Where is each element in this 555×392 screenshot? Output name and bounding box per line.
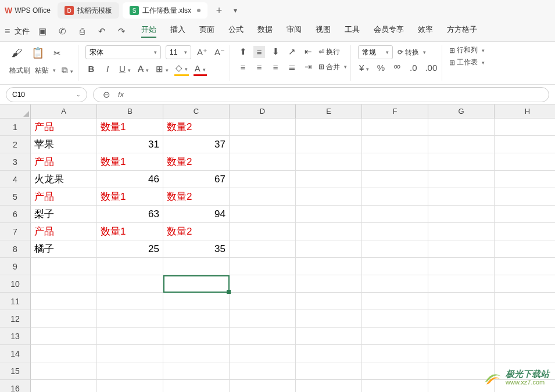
- cell[interactable]: [31, 345, 97, 362]
- name-box[interactable]: C10 ⌄: [6, 87, 87, 102]
- cut-icon[interactable]: ✂: [51, 47, 63, 60]
- currency-icon[interactable]: ¥▾: [358, 62, 370, 74]
- tab-tools[interactable]: 工具: [345, 24, 360, 38]
- col-header[interactable]: B: [97, 105, 163, 118]
- rowcol-button[interactable]: ⊞ 行和列▾: [449, 45, 485, 55]
- tab-formula[interactable]: 公式: [228, 24, 244, 38]
- cell[interactable]: [31, 258, 97, 275]
- cell[interactable]: [296, 136, 362, 153]
- cell[interactable]: [163, 380, 230, 392]
- cell[interactable]: [230, 153, 296, 171]
- row-header[interactable]: 13: [0, 328, 31, 345]
- align-bottom-icon[interactable]: ⬇: [270, 45, 281, 58]
- cell[interactable]: [31, 275, 97, 293]
- cell[interactable]: [495, 118, 555, 136]
- cell[interactable]: 数量2: [163, 153, 230, 171]
- cell[interactable]: 火龙果: [31, 171, 97, 188]
- cell[interactable]: [428, 206, 495, 223]
- cell[interactable]: [495, 136, 555, 153]
- tab-data[interactable]: 数据: [257, 24, 273, 38]
- increase-decimal-icon[interactable]: .00: [424, 62, 438, 74]
- cell[interactable]: [362, 206, 428, 223]
- cell[interactable]: [230, 275, 296, 293]
- select-all-corner[interactable]: [0, 105, 31, 118]
- row-header[interactable]: 7: [0, 223, 31, 240]
- hamburger-icon[interactable]: ≡: [5, 26, 10, 37]
- cell[interactable]: [296, 362, 362, 380]
- cell[interactable]: [31, 310, 97, 328]
- new-tab-button[interactable]: +: [211, 2, 227, 19]
- cell[interactable]: [428, 188, 495, 206]
- cell[interactable]: 94: [163, 206, 230, 223]
- cell[interactable]: [296, 258, 362, 275]
- spreadsheet-area[interactable]: A B C D E F G H 1 2 3 4 5 6 7 8 9 10 11 …: [0, 105, 555, 392]
- cancel-icon[interactable]: ⊖: [101, 88, 112, 101]
- align-middle-icon[interactable]: ≡: [253, 46, 265, 58]
- row-header[interactable]: 15: [0, 362, 31, 380]
- cell[interactable]: [495, 328, 555, 345]
- tab-efficiency[interactable]: 效率: [418, 24, 433, 38]
- row-header[interactable]: 3: [0, 153, 31, 171]
- cell[interactable]: [428, 136, 495, 153]
- font-name-select[interactable]: 宋体▾: [85, 45, 161, 59]
- font-size-select[interactable]: 11▾: [166, 45, 191, 59]
- cell[interactable]: [230, 310, 296, 328]
- cell[interactable]: [362, 188, 428, 206]
- indent-dec-icon[interactable]: ⇤: [302, 45, 314, 58]
- cell[interactable]: [362, 310, 428, 328]
- cell[interactable]: [428, 240, 495, 258]
- cell[interactable]: [230, 188, 296, 206]
- percent-icon[interactable]: %: [375, 62, 386, 74]
- formula-input-area[interactable]: ⊖ fx: [93, 87, 549, 102]
- align-top-icon[interactable]: ⬆: [237, 45, 249, 58]
- cell[interactable]: [362, 171, 428, 188]
- cell[interactable]: [97, 328, 163, 345]
- cell[interactable]: [296, 171, 362, 188]
- cell[interactable]: [97, 310, 163, 328]
- cell[interactable]: [97, 258, 163, 275]
- cell[interactable]: 数量2: [163, 118, 230, 136]
- cell[interactable]: [296, 153, 362, 171]
- cell[interactable]: [495, 258, 555, 275]
- cell[interactable]: 数量1: [97, 223, 163, 240]
- align-left-icon[interactable]: ≡: [237, 61, 249, 73]
- cell[interactable]: 63: [97, 206, 163, 223]
- cell[interactable]: [362, 380, 428, 392]
- row-header[interactable]: 10: [0, 275, 31, 293]
- row-header[interactable]: 11: [0, 293, 31, 310]
- cell[interactable]: [230, 293, 296, 310]
- cell[interactable]: [428, 345, 495, 362]
- copy-icon[interactable]: ⧉▾: [60, 64, 74, 77]
- justify-icon[interactable]: ≣: [286, 60, 298, 73]
- font-color-icon[interactable]: A▾: [194, 62, 207, 76]
- print-icon[interactable]: ⎙: [76, 25, 88, 38]
- undo-icon[interactable]: ↶: [96, 25, 108, 38]
- row-header[interactable]: 16: [0, 380, 31, 392]
- orientation-icon[interactable]: ↗: [286, 45, 298, 58]
- row-header[interactable]: 2: [0, 136, 31, 153]
- underline-icon[interactable]: U▾: [118, 63, 132, 75]
- cell[interactable]: 25: [97, 240, 163, 258]
- tab-vip[interactable]: 会员专享: [374, 24, 404, 38]
- cell[interactable]: 35: [163, 240, 230, 258]
- cell[interactable]: [230, 206, 296, 223]
- cell[interactable]: [230, 118, 296, 136]
- row-header[interactable]: 1: [0, 118, 31, 136]
- cell[interactable]: 产品: [31, 223, 97, 240]
- cell[interactable]: [362, 275, 428, 293]
- strikethrough-icon[interactable]: A̶▾: [137, 63, 150, 75]
- cell[interactable]: 产品: [31, 188, 97, 206]
- cell[interactable]: 梨子: [31, 206, 97, 223]
- cell[interactable]: 67: [163, 171, 230, 188]
- tab-ffgz[interactable]: 方方格子: [447, 24, 477, 38]
- cell[interactable]: [362, 118, 428, 136]
- merge-button[interactable]: ⊞ 合并▾: [318, 62, 347, 72]
- cell[interactable]: [495, 188, 555, 206]
- file-menu[interactable]: 文件: [15, 26, 30, 37]
- cell[interactable]: [296, 380, 362, 392]
- tab-review[interactable]: 审阅: [287, 24, 302, 38]
- cell[interactable]: [362, 362, 428, 380]
- increase-font-icon[interactable]: A⁺: [196, 46, 209, 59]
- col-header[interactable]: E: [296, 105, 362, 118]
- row-header[interactable]: 5: [0, 188, 31, 206]
